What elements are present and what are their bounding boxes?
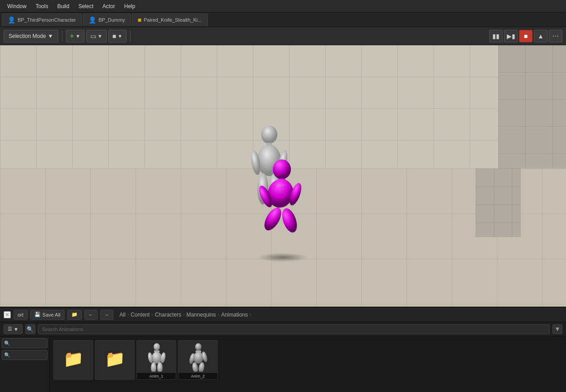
- save-all-label: Save All: [42, 312, 61, 317]
- mesh-icon: ■: [138, 16, 141, 23]
- chevron-down-icon-grid: ▼: [117, 33, 122, 39]
- viewport[interactable]: [0, 45, 566, 319]
- person-icon: 👤: [8, 16, 15, 23]
- filter-button[interactable]: ☰ ▼: [4, 324, 23, 334]
- add-actor-button[interactable]: + ▼: [66, 30, 84, 42]
- bottom-panel: ✕ ort 💾 Save All 📁 ← → All › Content › C…: [0, 307, 566, 392]
- tab-knife[interactable]: ■ Paired_Knife_Stealth_Ki...: [132, 14, 208, 26]
- breadcrumb-sep-3: ›: [183, 312, 184, 317]
- breadcrumb-all[interactable]: All: [120, 312, 126, 318]
- search-input[interactable]: [38, 324, 550, 334]
- menu-build[interactable]: Build: [54, 2, 73, 10]
- breadcrumb-sep-1: ›: [127, 312, 129, 317]
- svg-point-19: [147, 352, 153, 363]
- svg-point-18: [152, 352, 162, 364]
- tab-bp-third-person[interactable]: 👤 BP_ThirdPersonCharacter: [2, 14, 82, 26]
- search-bar: ☰ ▼ 🔍 ▼: [0, 322, 566, 336]
- folder-asset-2[interactable]: 📁: [95, 340, 135, 380]
- animation-asset-1[interactable]: Anim_1: [136, 340, 176, 380]
- search-icon: 🔍: [25, 324, 35, 334]
- nav-back-button[interactable]: ←: [84, 310, 98, 320]
- platform-block: [476, 168, 521, 237]
- tab-label-bp-third-person: BP_ThirdPersonCharacter: [18, 17, 76, 23]
- anim-thumb-img-1: [137, 341, 176, 373]
- selection-mode-label: Selection Mode: [9, 33, 46, 39]
- forward-icon: →: [104, 312, 109, 317]
- left-search-2: 🔍: [2, 350, 47, 360]
- breadcrumb: All › Content › Characters › Mannequins …: [116, 308, 562, 322]
- eject-button[interactable]: ▲: [534, 30, 547, 42]
- import-label: ort: [18, 312, 23, 317]
- ellipsis-icon: ⋯: [552, 33, 559, 40]
- search-dropdown-button[interactable]: ▼: [552, 324, 562, 334]
- breadcrumb-content[interactable]: Content: [131, 312, 150, 318]
- anim-thumb-img-2: [178, 341, 217, 373]
- back-icon: ←: [89, 312, 94, 317]
- breadcrumb-characters[interactable]: Characters: [155, 312, 182, 318]
- menu-tools[interactable]: Tools: [32, 2, 52, 10]
- chevron-down-icon: ▼: [48, 33, 53, 39]
- toolbar-separator-1: [62, 31, 62, 42]
- import-button[interactable]: ort: [14, 310, 28, 320]
- left-search-input-2[interactable]: [11, 353, 45, 358]
- close-panel-button[interactable]: ✕: [4, 311, 11, 318]
- svg-point-21: [151, 362, 156, 372]
- left-search-icon: 🔍: [4, 341, 10, 346]
- menu-bar: Window Tools Build Select Actor Help: [0, 0, 566, 13]
- step-forward-button[interactable]: ▶▮: [504, 30, 518, 42]
- pause-button[interactable]: ▮▮: [489, 30, 503, 42]
- play-controls: ▮▮ ▶▮ ■ ▲ ⋯: [489, 30, 562, 42]
- svg-point-0: [261, 126, 277, 144]
- left-search-input[interactable]: [11, 341, 45, 346]
- nav-forward-button[interactable]: →: [100, 310, 113, 320]
- save-all-button[interactable]: 💾 Save All: [30, 310, 65, 320]
- menu-actor[interactable]: Actor: [99, 2, 119, 10]
- folder-asset-1[interactable]: 📁: [53, 340, 93, 380]
- breadcrumb-sep-4: ›: [218, 312, 219, 317]
- pause-icon: ▮▮: [492, 33, 500, 40]
- characters-container: [238, 122, 328, 257]
- svg-point-16: [154, 343, 160, 350]
- left-panel: 🔍 🔍: [0, 336, 50, 392]
- purple-character: [251, 158, 314, 239]
- anim-label-2: Anim_2: [178, 373, 217, 379]
- left-search: 🔍: [2, 338, 47, 348]
- bottom-toolbar: ✕ ort 💾 Save All 📁 ← → All › Content › C…: [0, 308, 566, 322]
- stop-icon: ■: [524, 33, 528, 40]
- svg-point-22: [157, 362, 163, 372]
- asset-area: 🔍 🔍 📁 📁: [0, 336, 566, 392]
- toolbar: Selection Mode ▼ + ▼ ▭ ▼ ■ ▼ ▮▮ ▶▮ ■ ▲ ⋯: [0, 27, 566, 45]
- transform-icon: ▭: [90, 33, 96, 40]
- add-icon: +: [70, 32, 74, 40]
- tab-label-knife: Paired_Knife_Stealth_Ki...: [144, 17, 201, 23]
- svg-point-13: [280, 206, 300, 234]
- tab-bp-dummy[interactable]: 👤 BP_Dummy: [83, 14, 131, 26]
- grid-button[interactable]: ■ ▼: [108, 30, 126, 42]
- left-search-icon-2: 🔍: [4, 352, 10, 358]
- svg-point-12: [261, 205, 285, 233]
- menu-window[interactable]: Window: [4, 2, 30, 10]
- selection-mode-button[interactable]: Selection Mode ▼: [4, 30, 58, 42]
- svg-point-20: [159, 352, 166, 363]
- tab-label-bp-dummy: BP_Dummy: [98, 17, 125, 23]
- stop-button[interactable]: ■: [519, 30, 533, 42]
- animation-asset-2[interactable]: Anim_2: [178, 340, 218, 380]
- breadcrumb-animations[interactable]: Animations: [221, 312, 248, 318]
- chevron-down-icon-filter: ▼: [14, 327, 19, 332]
- add-folder-button[interactable]: 📁: [67, 310, 82, 320]
- person-icon-dummy: 👤: [89, 16, 96, 23]
- breadcrumb-mannequins[interactable]: Mannequins: [187, 312, 216, 318]
- grid-icon: ■: [112, 33, 116, 40]
- breadcrumb-sep-5: ›: [250, 312, 251, 317]
- chevron-down-icon-transform: ▼: [98, 33, 103, 39]
- menu-select[interactable]: Select: [75, 2, 97, 10]
- tab-bar: 👤 BP_ThirdPersonCharacter 👤 BP_Dummy ■ P…: [0, 13, 566, 27]
- folder-icon-1: 📁: [63, 350, 84, 369]
- toolbar-separator-2: [130, 31, 131, 42]
- eject-icon: ▲: [538, 33, 544, 40]
- chevron-down-icon-add: ▼: [75, 33, 80, 39]
- more-button[interactable]: ⋯: [549, 30, 562, 42]
- asset-grid: 📁 📁: [50, 336, 566, 392]
- transform-button[interactable]: ▭ ▼: [86, 30, 107, 42]
- menu-help[interactable]: Help: [121, 2, 139, 10]
